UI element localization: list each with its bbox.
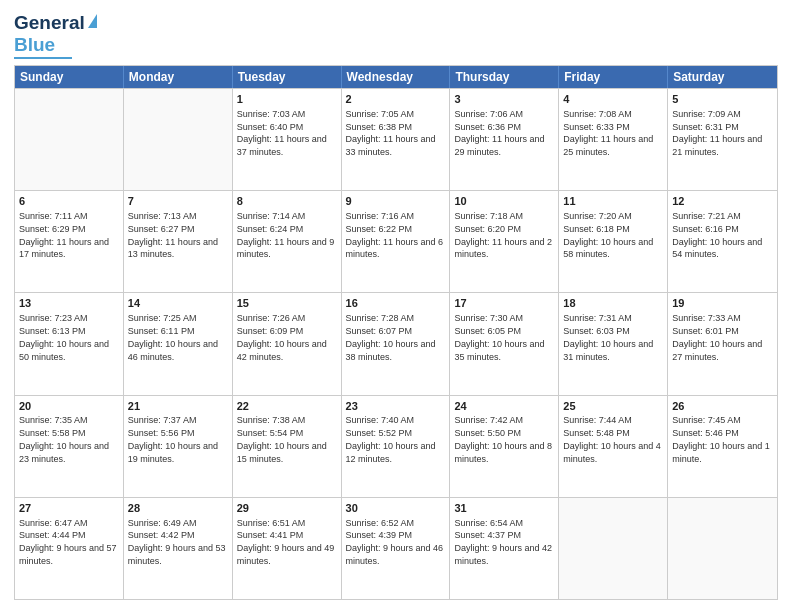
logo-triangle-icon [88,14,97,28]
cell-info: Sunrise: 7:44 AM Sunset: 5:48 PM Dayligh… [563,415,661,463]
cell-info: Sunrise: 7:45 AM Sunset: 5:46 PM Dayligh… [672,415,770,463]
day-number: 7 [128,194,228,209]
calendar-cell-15: 15Sunrise: 7:26 AM Sunset: 6:09 PM Dayli… [233,293,342,394]
cell-info: Sunrise: 7:06 AM Sunset: 6:36 PM Dayligh… [454,109,544,157]
calendar-cell-16: 16Sunrise: 7:28 AM Sunset: 6:07 PM Dayli… [342,293,451,394]
calendar-cell-12: 12Sunrise: 7:21 AM Sunset: 6:16 PM Dayli… [668,191,777,292]
calendar-cell-2: 2Sunrise: 7:05 AM Sunset: 6:38 PM Daylig… [342,89,451,190]
day-number: 5 [672,92,773,107]
calendar-row-3: 20Sunrise: 7:35 AM Sunset: 5:58 PM Dayli… [15,395,777,497]
header-day-tuesday: Tuesday [233,66,342,88]
calendar-cell-29: 29Sunrise: 6:51 AM Sunset: 4:41 PM Dayli… [233,498,342,599]
cell-info: Sunrise: 6:51 AM Sunset: 4:41 PM Dayligh… [237,518,335,566]
day-number: 22 [237,399,337,414]
cell-info: Sunrise: 7:40 AM Sunset: 5:52 PM Dayligh… [346,415,436,463]
calendar-cell-1: 1Sunrise: 7:03 AM Sunset: 6:40 PM Daylig… [233,89,342,190]
cell-info: Sunrise: 7:18 AM Sunset: 6:20 PM Dayligh… [454,211,552,259]
calendar-cell-14: 14Sunrise: 7:25 AM Sunset: 6:11 PM Dayli… [124,293,233,394]
day-number: 31 [454,501,554,516]
header-day-sunday: Sunday [15,66,124,88]
cell-info: Sunrise: 6:54 AM Sunset: 4:37 PM Dayligh… [454,518,552,566]
cell-info: Sunrise: 7:21 AM Sunset: 6:16 PM Dayligh… [672,211,762,259]
day-number: 3 [454,92,554,107]
calendar-body: 1Sunrise: 7:03 AM Sunset: 6:40 PM Daylig… [15,88,777,599]
day-number: 19 [672,296,773,311]
logo-text-general: General [14,12,85,34]
cell-info: Sunrise: 7:38 AM Sunset: 5:54 PM Dayligh… [237,415,327,463]
day-number: 1 [237,92,337,107]
cell-info: Sunrise: 6:52 AM Sunset: 4:39 PM Dayligh… [346,518,444,566]
cell-info: Sunrise: 7:13 AM Sunset: 6:27 PM Dayligh… [128,211,218,259]
cell-info: Sunrise: 7:20 AM Sunset: 6:18 PM Dayligh… [563,211,653,259]
header-day-friday: Friday [559,66,668,88]
calendar-cell-11: 11Sunrise: 7:20 AM Sunset: 6:18 PM Dayli… [559,191,668,292]
cell-info: Sunrise: 7:25 AM Sunset: 6:11 PM Dayligh… [128,313,218,361]
day-number: 25 [563,399,663,414]
logo: General Blue [14,12,97,59]
calendar-cell-30: 30Sunrise: 6:52 AM Sunset: 4:39 PM Dayli… [342,498,451,599]
cell-info: Sunrise: 6:47 AM Sunset: 4:44 PM Dayligh… [19,518,117,566]
header-day-saturday: Saturday [668,66,777,88]
cell-info: Sunrise: 7:37 AM Sunset: 5:56 PM Dayligh… [128,415,218,463]
calendar-row-4: 27Sunrise: 6:47 AM Sunset: 4:44 PM Dayli… [15,497,777,599]
logo-underline [14,57,72,59]
calendar-cell-7: 7Sunrise: 7:13 AM Sunset: 6:27 PM Daylig… [124,191,233,292]
calendar-cell-empty-0-0 [15,89,124,190]
cell-info: Sunrise: 7:14 AM Sunset: 6:24 PM Dayligh… [237,211,335,259]
day-number: 10 [454,194,554,209]
header-day-monday: Monday [124,66,233,88]
calendar-cell-26: 26Sunrise: 7:45 AM Sunset: 5:46 PM Dayli… [668,396,777,497]
calendar-cell-9: 9Sunrise: 7:16 AM Sunset: 6:22 PM Daylig… [342,191,451,292]
cell-info: Sunrise: 7:35 AM Sunset: 5:58 PM Dayligh… [19,415,109,463]
calendar-header: SundayMondayTuesdayWednesdayThursdayFrid… [15,66,777,88]
day-number: 14 [128,296,228,311]
calendar-cell-4: 4Sunrise: 7:08 AM Sunset: 6:33 PM Daylig… [559,89,668,190]
day-number: 23 [346,399,446,414]
day-number: 17 [454,296,554,311]
cell-info: Sunrise: 7:33 AM Sunset: 6:01 PM Dayligh… [672,313,762,361]
calendar-cell-10: 10Sunrise: 7:18 AM Sunset: 6:20 PM Dayli… [450,191,559,292]
calendar-cell-21: 21Sunrise: 7:37 AM Sunset: 5:56 PM Dayli… [124,396,233,497]
cell-info: Sunrise: 7:03 AM Sunset: 6:40 PM Dayligh… [237,109,327,157]
cell-info: Sunrise: 7:11 AM Sunset: 6:29 PM Dayligh… [19,211,109,259]
calendar-row-2: 13Sunrise: 7:23 AM Sunset: 6:13 PM Dayli… [15,292,777,394]
day-number: 20 [19,399,119,414]
logo-text-blue: Blue [14,34,55,56]
calendar-cell-19: 19Sunrise: 7:33 AM Sunset: 6:01 PM Dayli… [668,293,777,394]
calendar-cell-5: 5Sunrise: 7:09 AM Sunset: 6:31 PM Daylig… [668,89,777,190]
cell-info: Sunrise: 7:30 AM Sunset: 6:05 PM Dayligh… [454,313,544,361]
day-number: 13 [19,296,119,311]
day-number: 8 [237,194,337,209]
calendar-cell-18: 18Sunrise: 7:31 AM Sunset: 6:03 PM Dayli… [559,293,668,394]
day-number: 16 [346,296,446,311]
cell-info: Sunrise: 7:08 AM Sunset: 6:33 PM Dayligh… [563,109,653,157]
calendar-cell-6: 6Sunrise: 7:11 AM Sunset: 6:29 PM Daylig… [15,191,124,292]
calendar-cell-empty-4-6 [668,498,777,599]
cell-info: Sunrise: 7:42 AM Sunset: 5:50 PM Dayligh… [454,415,552,463]
header: General Blue [14,12,778,59]
calendar-row-0: 1Sunrise: 7:03 AM Sunset: 6:40 PM Daylig… [15,88,777,190]
cell-info: Sunrise: 7:16 AM Sunset: 6:22 PM Dayligh… [346,211,444,259]
calendar-cell-22: 22Sunrise: 7:38 AM Sunset: 5:54 PM Dayli… [233,396,342,497]
header-day-wednesday: Wednesday [342,66,451,88]
cell-info: Sunrise: 7:23 AM Sunset: 6:13 PM Dayligh… [19,313,109,361]
calendar-cell-3: 3Sunrise: 7:06 AM Sunset: 6:36 PM Daylig… [450,89,559,190]
header-day-thursday: Thursday [450,66,559,88]
day-number: 11 [563,194,663,209]
calendar-cell-13: 13Sunrise: 7:23 AM Sunset: 6:13 PM Dayli… [15,293,124,394]
cell-info: Sunrise: 7:26 AM Sunset: 6:09 PM Dayligh… [237,313,327,361]
day-number: 9 [346,194,446,209]
calendar-cell-empty-0-1 [124,89,233,190]
calendar-cell-24: 24Sunrise: 7:42 AM Sunset: 5:50 PM Dayli… [450,396,559,497]
cell-info: Sunrise: 7:09 AM Sunset: 6:31 PM Dayligh… [672,109,762,157]
calendar-cell-23: 23Sunrise: 7:40 AM Sunset: 5:52 PM Dayli… [342,396,451,497]
calendar-cell-28: 28Sunrise: 6:49 AM Sunset: 4:42 PM Dayli… [124,498,233,599]
cell-info: Sunrise: 7:31 AM Sunset: 6:03 PM Dayligh… [563,313,653,361]
day-number: 18 [563,296,663,311]
day-number: 24 [454,399,554,414]
day-number: 2 [346,92,446,107]
day-number: 15 [237,296,337,311]
calendar-cell-31: 31Sunrise: 6:54 AM Sunset: 4:37 PM Dayli… [450,498,559,599]
cell-info: Sunrise: 7:05 AM Sunset: 6:38 PM Dayligh… [346,109,436,157]
day-number: 21 [128,399,228,414]
